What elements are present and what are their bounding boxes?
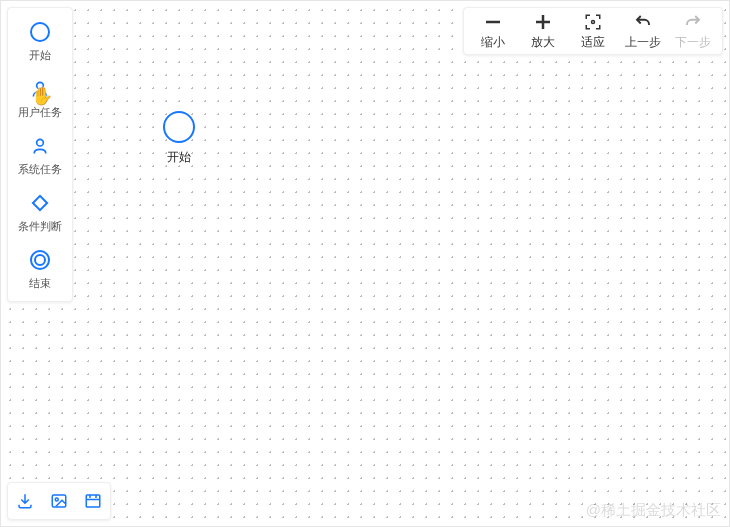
- svg-point-0: [31, 23, 49, 41]
- start-node-label: 开始: [167, 149, 191, 166]
- palette-item-label: 开始: [29, 48, 51, 63]
- svg-point-9: [592, 20, 595, 23]
- palette-system-task[interactable]: 系统任务: [8, 126, 72, 183]
- palette-condition[interactable]: 条件判断: [8, 183, 72, 240]
- palette-user-task[interactable]: 用户任务: [8, 69, 72, 126]
- double-circle-icon: [26, 248, 54, 272]
- redo-button[interactable]: 下一步: [668, 10, 718, 52]
- start-node[interactable]: 开始: [163, 111, 195, 166]
- palette-item-label: 结束: [29, 276, 51, 291]
- start-node-shape: [163, 111, 195, 143]
- svg-point-11: [55, 498, 58, 501]
- export-toolbar: [7, 482, 111, 520]
- palette-item-label: 系统任务: [18, 162, 62, 177]
- watermark: @稀土掘金技术社区: [586, 501, 721, 520]
- tool-label: 下一步: [675, 34, 711, 51]
- tool-label: 适应: [581, 34, 605, 51]
- diamond-icon: [26, 191, 54, 215]
- fit-button[interactable]: 适应: [568, 10, 618, 52]
- undo-button[interactable]: 上一步: [618, 10, 668, 52]
- zoom-in-button[interactable]: 放大: [518, 10, 568, 52]
- tool-label: 缩小: [481, 34, 505, 51]
- palette-item-label: 条件判断: [18, 219, 62, 234]
- svg-point-2: [37, 139, 44, 146]
- undo-icon: [634, 12, 652, 32]
- circle-icon: [26, 20, 54, 44]
- palette-item-label: 用户任务: [18, 105, 62, 120]
- svg-point-4: [31, 251, 49, 269]
- plus-icon: [533, 12, 553, 32]
- user-outline-icon: [26, 134, 54, 158]
- shape-palette: 开始 用户任务 系统任务 条件判断 结束: [7, 7, 73, 302]
- image-button[interactable]: [48, 490, 70, 512]
- fit-icon: [584, 12, 602, 32]
- tool-label: 上一步: [625, 34, 661, 51]
- minus-icon: [483, 12, 503, 32]
- tool-label: 放大: [531, 34, 555, 51]
- view-toolbar: 缩小 放大 适应 上一步 下一步: [463, 7, 723, 55]
- zoom-out-button[interactable]: 缩小: [468, 10, 518, 52]
- palette-end[interactable]: 结束: [8, 240, 72, 297]
- download-button[interactable]: [14, 490, 36, 512]
- palette-start[interactable]: 开始: [8, 12, 72, 69]
- redo-icon: [684, 12, 702, 32]
- user-icon: [26, 77, 54, 101]
- svg-rect-3: [33, 196, 47, 210]
- svg-point-1: [37, 82, 44, 89]
- svg-rect-12: [86, 495, 100, 507]
- flow-canvas[interactable]: 开始 开始 用户任务 系统任务 条件判断: [0, 0, 730, 527]
- code-button[interactable]: [82, 490, 104, 512]
- svg-point-5: [35, 255, 45, 265]
